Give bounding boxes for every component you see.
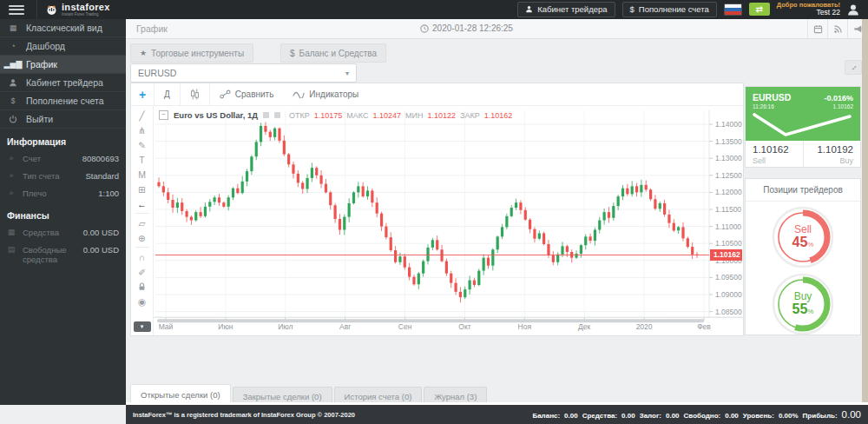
compare-button[interactable]: Сравнить	[210, 83, 284, 105]
eye-tool[interactable]: ◉	[131, 294, 153, 308]
lock-tool[interactable]	[131, 279, 153, 294]
ohlc-value: 1.10122	[428, 111, 457, 120]
trader-cabinet-label: Кабинет трейдера	[537, 4, 607, 14]
language-flag-button[interactable]	[724, 3, 742, 16]
sidebar-item-label: График	[26, 59, 57, 70]
y-axis-tick: 1.09500	[715, 273, 742, 282]
magnet-tool[interactable]: ∩	[131, 249, 153, 264]
sidebar: ▦Классический вид◔Дашборд▂▅▇ГрафикКабине…	[0, 19, 126, 405]
deposit-button[interactable]: $ Пополнение счета	[622, 2, 717, 17]
tool-divider	[135, 213, 149, 214]
stat-value: 0.00	[725, 412, 739, 420]
sidebar-item-label: Пополнение счета	[26, 96, 104, 106]
symbol-select[interactable]: EURUSD ▾	[130, 63, 357, 83]
finance-rows: ▦Средства0.00 USD▤Свободные средства0.00…	[0, 224, 126, 269]
interval-selector[interactable]: Д	[155, 83, 180, 105]
row-value: 1:100	[98, 189, 119, 198]
row-value: Standard	[85, 171, 119, 181]
sell-gauge-value: 45	[792, 235, 808, 249]
chart-scrollbar[interactable]	[157, 319, 704, 322]
symbol-select-value: EURUSD	[138, 68, 176, 78]
sidebar-item-5[interactable]: Выйти	[0, 110, 126, 129]
deposit-label: Пополнение счета	[639, 4, 709, 14]
sell-quote-button[interactable]: 1.10162 Sell	[746, 141, 803, 167]
ohlc-label: МАКС	[346, 111, 368, 120]
sidebar-item-3[interactable]: Кабинет трейдера	[0, 74, 126, 92]
legend-collapse-icon[interactable]: −	[159, 110, 168, 120]
ohlc-value: 1.10175	[314, 111, 343, 120]
page-scrollbar[interactable]	[862, 19, 868, 405]
arrow-tool-tool[interactable]: ←	[131, 196, 153, 211]
Выйти-icon	[0, 115, 26, 123]
page-header: График 2020-01-28 12:26:25	[126, 19, 868, 39]
trader-positions-card: Позиции трейдеров Sell 45% Buy 55%	[745, 178, 861, 335]
trader-cabinet-button[interactable]: Кабинет трейдера	[517, 2, 615, 17]
stat-label: Залог:	[640, 412, 661, 420]
ohlc-label: ЗАКР	[460, 111, 480, 120]
chart-style-button[interactable]	[181, 83, 209, 105]
row-bullet-icon: ▤	[0, 245, 23, 254]
forecast-tool[interactable]: ⊞	[131, 182, 153, 196]
x-axis-label: Июл	[278, 322, 293, 331]
server-datetime: 2020-01-28 12:26:25	[126, 23, 807, 33]
footer-bar: InstaForex™ is a registered trademark of…	[126, 405, 868, 424]
tools-collapse-chevron[interactable]: ▾	[134, 321, 151, 332]
quote-card: EURUSD -0.016% 11:26:16 1.10162 1.10162 …	[745, 86, 861, 168]
row-bullet-icon: ▦	[0, 228, 23, 236]
sidebar-item-0[interactable]: ▦Классический вид	[0, 19, 126, 37]
account-stats: Баланс:0.00Средства:0.00Залог:0.00Свобод…	[532, 409, 861, 420]
fullscreen-toggle-button[interactable]: ↔	[845, 60, 862, 75]
zoom-in-tool[interactable]: ⊕	[131, 230, 153, 245]
tiger-logo-icon	[46, 4, 57, 16]
row-label: Средства	[23, 228, 83, 238]
brush-tool[interactable]: ✎	[131, 137, 153, 152]
sidebar-info-row: »Счет80800693	[0, 150, 126, 168]
x-axis-label: 2020	[636, 322, 653, 331]
sidebar-item-1[interactable]: ◔Дашборд	[0, 37, 126, 56]
interval-label: Д	[164, 89, 170, 99]
buy-gauge-value: 55	[792, 301, 808, 316]
crosshair-icon: +	[139, 88, 146, 102]
menu-toggle-icon[interactable]	[9, 5, 24, 15]
trend-line-tool[interactable]: ╱	[131, 108, 153, 123]
text-tool-tool[interactable]: T	[131, 152, 153, 167]
swap-account-button[interactable]: ⇄	[749, 3, 770, 16]
x-axis-label: Фев	[697, 322, 711, 331]
rss-icon[interactable]	[827, 19, 848, 38]
stat-label: Средства:	[582, 412, 617, 420]
trading-instruments-label: Торговые инструменты	[151, 49, 244, 58]
drawing-lock-tool[interactable]: ✐	[131, 264, 153, 279]
finance-section-title: Финансы	[0, 202, 126, 224]
tool-divider	[135, 247, 149, 248]
sidebar-item-4[interactable]: $Пополнение счета	[0, 92, 126, 110]
datetime-text: 2020-01-28 12:26:25	[432, 23, 513, 33]
calendar-icon[interactable]	[807, 19, 828, 38]
sidebar-item-2[interactable]: ▂▅▇График	[0, 56, 126, 74]
x-axis-label: Май	[159, 322, 174, 331]
x-axis-label: Ноя	[518, 322, 532, 331]
person-icon	[525, 5, 533, 13]
avatar-icon[interactable]	[847, 3, 859, 16]
instaforex-logo[interactable]: instaforex Instant Forex Trading	[46, 3, 110, 17]
x-axis-label: Авг	[339, 322, 351, 331]
ohlc-label: МИН	[405, 111, 423, 120]
indicators-label: Индикаторы	[309, 89, 358, 99]
row-label: Плечо	[23, 189, 98, 199]
xabcd-pattern-tool[interactable]: M	[131, 167, 153, 182]
ruler-tool[interactable]: ▱	[131, 215, 153, 230]
trading-instruments-button[interactable]: ★ Торговые инструменты	[130, 43, 253, 63]
balance-funds-button[interactable]: $ Баланс и Средства	[280, 43, 386, 63]
quote-sparkline	[746, 109, 860, 139]
buy-quote-button[interactable]: 1.10192 Buy	[803, 141, 861, 167]
sidebar-info-row: »Тип счетаStandard	[0, 168, 126, 185]
indicators-button[interactable]: Индикаторы	[283, 83, 368, 105]
ohlc-label: ОТКР	[289, 111, 310, 120]
y-axis-tick: 1.11000	[715, 222, 741, 231]
legend-settings-icon[interactable]	[263, 112, 269, 118]
legend-close-icon[interactable]	[274, 112, 280, 118]
price-chart[interactable]: 1.140001.135001.130001.125001.120001.115…	[154, 105, 743, 335]
row-label: Тип счета	[23, 171, 85, 182]
pitchfork-tool[interactable]: ⋔	[131, 123, 153, 137]
stat-label: Уровень:	[743, 412, 774, 420]
crosshair-tool[interactable]: +	[131, 83, 155, 105]
